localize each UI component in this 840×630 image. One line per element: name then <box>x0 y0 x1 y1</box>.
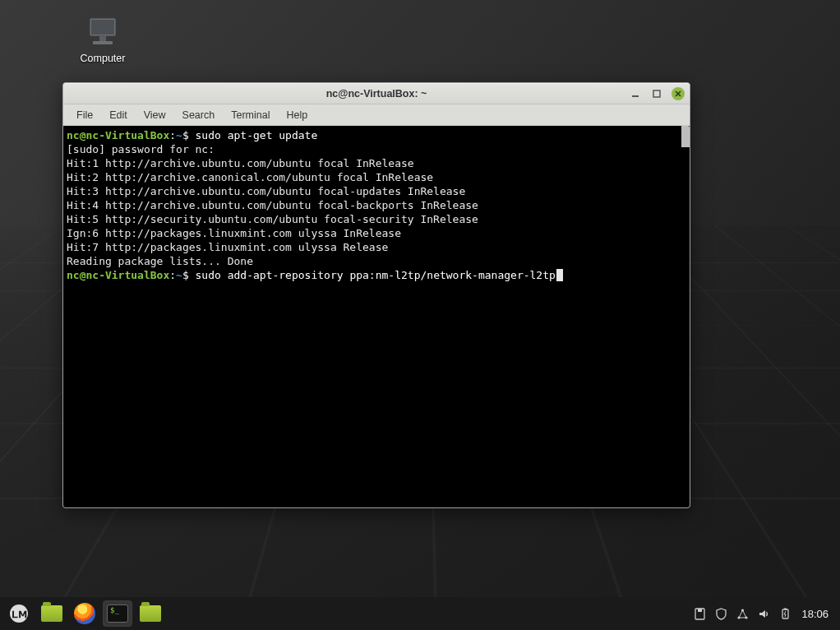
launcher-files-2[interactable] <box>136 601 164 626</box>
svg-rect-4 <box>632 95 639 97</box>
terminal-output: Hit:2 http://archive.canonical.com/ubunt… <box>67 170 686 184</box>
panel-clock[interactable]: 18:06 <box>800 608 830 620</box>
prompt-user: nc@nc-VirtualBox <box>67 269 169 281</box>
taskbar: ʟᴍ <box>0 597 840 630</box>
svg-rect-11 <box>698 609 702 612</box>
terminal-output: Hit:7 http://packages.linuxmint.com ulys… <box>67 240 686 254</box>
terminal-viewport[interactable]: nc@nc-VirtualBox:~$ sudo apt-get update … <box>63 126 690 507</box>
svg-rect-2 <box>99 36 106 41</box>
terminal-window: nc@nc-VirtualBox: ~ File Edit View Searc… <box>62 82 690 508</box>
removable-media-icon <box>694 608 706 620</box>
tray-removable-media[interactable] <box>693 607 706 620</box>
mint-menu-icon: ʟᴍ <box>9 604 29 623</box>
minimize-icon <box>631 90 639 98</box>
prompt-path: ~ <box>176 269 182 281</box>
close-icon <box>675 90 681 97</box>
terminal-line: nc@nc-VirtualBox:~$ sudo apt-get update <box>67 128 686 142</box>
svg-text:ʟᴍ: ʟᴍ <box>12 606 27 620</box>
terminal-cursor <box>556 269 563 281</box>
terminal-output: Hit:5 http://security.ubuntu.com/ubuntu … <box>67 212 686 226</box>
network-icon <box>736 608 749 620</box>
prompt-user: nc@nc-VirtualBox <box>67 129 169 141</box>
tray-volume[interactable] <box>757 607 770 620</box>
firefox-icon <box>74 603 95 624</box>
svg-rect-5 <box>653 90 660 97</box>
terminal-line: nc@nc-VirtualBox:~$ sudo add-apt-reposit… <box>67 268 686 282</box>
svg-rect-16 <box>784 608 787 609</box>
launcher-firefox[interactable] <box>71 601 99 626</box>
files-icon <box>140 605 161 622</box>
menu-search[interactable]: Search <box>174 107 224 123</box>
terminal-command: sudo apt-get update <box>196 129 318 141</box>
window-menubar: File Edit View Search Terminal Help <box>63 104 690 126</box>
tray-power[interactable] <box>778 607 792 620</box>
terminal-scrollbar[interactable] <box>681 126 690 147</box>
terminal-output: Hit:4 http://archive.ubuntu.com/ubuntu f… <box>67 198 686 212</box>
terminal-output: Hit:1 http://archive.ubuntu.com/ubuntu f… <box>67 156 686 170</box>
desktop-icon-computer[interactable]: Computer <box>70 16 136 64</box>
svg-rect-3 <box>93 41 113 44</box>
terminal-command: sudo add-apt-repository ppa:nm-l2tp/netw… <box>196 269 556 281</box>
terminal-output: Hit:3 http://archive.ubuntu.com/ubuntu f… <box>67 184 686 198</box>
tray-network[interactable] <box>736 607 749 620</box>
window-title: nc@nc-VirtualBox: ~ <box>63 88 690 100</box>
window-minimize-button[interactable] <box>629 87 642 100</box>
terminal-icon <box>107 605 128 623</box>
terminal-output: Reading package lists... Done <box>67 254 686 268</box>
computer-icon <box>85 16 121 49</box>
menu-help[interactable]: Help <box>278 107 316 123</box>
tray-security[interactable] <box>714 607 727 620</box>
desktop-icon-label: Computer <box>70 53 136 64</box>
files-icon <box>41 605 62 622</box>
prompt-path: ~ <box>176 129 182 141</box>
menu-button[interactable]: ʟᴍ <box>5 601 33 626</box>
shield-icon <box>715 608 727 620</box>
launcher-terminal[interactable] <box>104 601 132 626</box>
svg-rect-1 <box>91 20 114 35</box>
maximize-icon <box>653 90 661 98</box>
terminal-output: [sudo] password for nc: <box>67 142 686 156</box>
volume-icon <box>758 608 770 620</box>
menu-view[interactable]: View <box>136 107 174 123</box>
launcher-files[interactable] <box>38 601 66 626</box>
window-titlebar[interactable]: nc@nc-VirtualBox: ~ <box>63 83 690 104</box>
menu-edit[interactable]: Edit <box>101 107 136 123</box>
window-close-button[interactable] <box>672 87 685 100</box>
terminal-output: Ign:6 http://packages.linuxmint.com ulys… <box>67 226 686 240</box>
battery-icon <box>779 608 792 620</box>
menu-terminal[interactable]: Terminal <box>223 107 278 123</box>
window-maximize-button[interactable] <box>650 87 663 100</box>
menu-file[interactable]: File <box>68 107 101 123</box>
